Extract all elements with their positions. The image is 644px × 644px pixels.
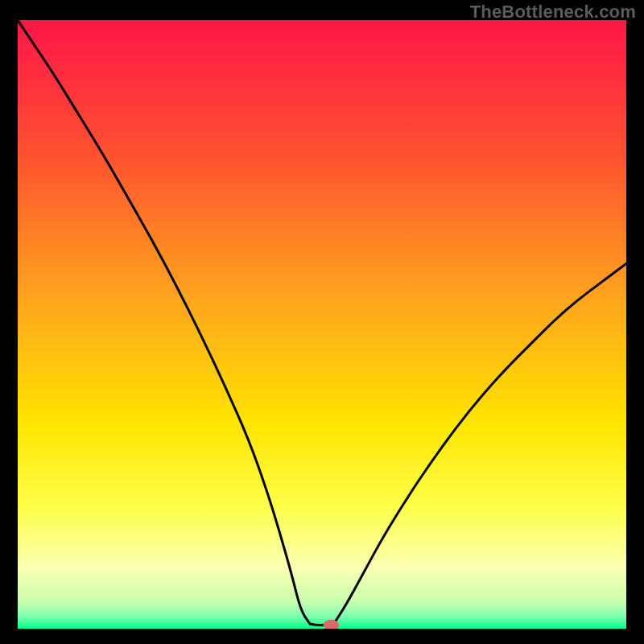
chart-frame: TheBottleneck.com — [0, 0, 644, 644]
chart-svg — [18, 20, 626, 629]
gradient-background — [18, 20, 626, 629]
plot-area — [18, 20, 626, 629]
watermark-text: TheBottleneck.com — [470, 2, 636, 23]
